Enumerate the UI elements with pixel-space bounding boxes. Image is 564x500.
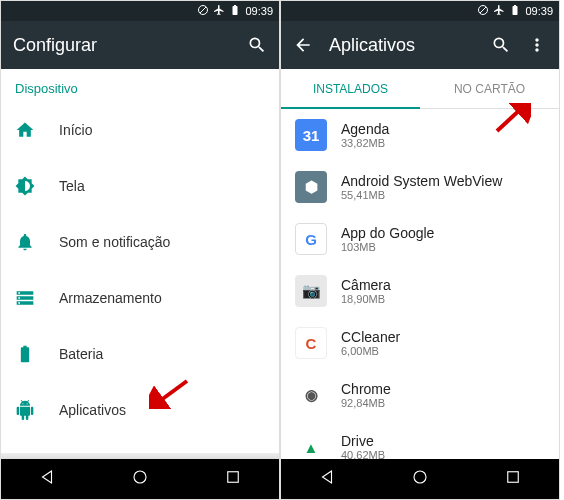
statusbar-time: 09:39 — [245, 5, 273, 17]
svg-line-6 — [480, 7, 486, 13]
app-size: 33,82MB — [341, 137, 389, 149]
svg-rect-8 — [507, 472, 518, 483]
app-item[interactable]: 31 Agenda 33,82MB — [281, 109, 559, 161]
home-button[interactable] — [391, 460, 449, 498]
settings-item-sound[interactable]: Som e notificação — [1, 214, 279, 270]
app-item[interactable]: ⬢ Android System WebView 55,41MB — [281, 161, 559, 213]
settings-item-display[interactable]: Tela — [1, 158, 279, 214]
app-size: 55,41MB — [341, 189, 502, 201]
appbar-title: Aplicativos — [329, 35, 475, 56]
appbar-title: Configurar — [13, 35, 231, 56]
app-name: CCleaner — [341, 329, 400, 345]
app-size: 103MB — [341, 241, 434, 253]
statusbar-time: 09:39 — [525, 5, 553, 17]
app-item[interactable]: C CCleaner 6,00MB — [281, 317, 559, 369]
airplane-icon — [213, 4, 225, 18]
apps-screen: 09:39 Aplicativos INSTALADOS NO CARTÃO 3… — [280, 0, 560, 500]
app-size: 92,84MB — [341, 397, 391, 409]
svg-point-7 — [414, 471, 426, 483]
settings-item-home[interactable]: Início — [1, 102, 279, 158]
home-button[interactable] — [111, 460, 169, 498]
section-header: Dispositivo — [1, 69, 279, 102]
app-texts: App do Google 103MB — [341, 225, 434, 253]
app-item[interactable]: 📷 Câmera 18,90MB — [281, 265, 559, 317]
app-item[interactable]: ▲ Drive 40,62MB — [281, 421, 559, 459]
app-name: Câmera — [341, 277, 391, 293]
app-name: Chrome — [341, 381, 391, 397]
app-icon: C — [295, 327, 327, 359]
tab-installed[interactable]: INSTALADOS — [281, 69, 420, 108]
statusbar: 09:39 — [281, 1, 559, 21]
app-list: 31 Agenda 33,82MB ⬢ Android System WebVi… — [281, 109, 559, 459]
settings-label: Som e notificação — [59, 234, 170, 250]
app-name: App do Google — [341, 225, 434, 241]
recents-button[interactable] — [484, 460, 542, 498]
back-icon[interactable] — [293, 35, 313, 55]
recents-button[interactable] — [204, 460, 262, 498]
app-texts: Agenda 33,82MB — [341, 121, 389, 149]
settings-label: Aplicativos — [59, 402, 126, 418]
svg-point-2 — [134, 471, 146, 483]
display-icon — [15, 176, 35, 196]
app-name: Android System WebView — [341, 173, 502, 189]
app-size: 18,90MB — [341, 293, 391, 305]
svg-rect-3 — [227, 472, 238, 483]
app-texts: Android System WebView 55,41MB — [341, 173, 502, 201]
app-texts: Chrome 92,84MB — [341, 381, 391, 409]
app-icon: G — [295, 223, 327, 255]
search-icon[interactable] — [491, 35, 511, 55]
app-name: Drive — [341, 433, 385, 449]
app-icon: ◉ — [295, 379, 327, 411]
app-texts: CCleaner 6,00MB — [341, 329, 400, 357]
back-button[interactable] — [18, 460, 76, 498]
battery-icon — [15, 344, 35, 364]
settings-item-storage[interactable]: Armazenamento — [1, 270, 279, 326]
appbar: Configurar — [1, 21, 279, 69]
no-network-icon — [477, 4, 489, 18]
settings-list: Início Tela Som e notificação Armazename… — [1, 102, 279, 453]
navigation-bar — [281, 459, 559, 499]
settings-item-battery[interactable]: Bateria — [1, 326, 279, 382]
statusbar: 09:39 — [1, 1, 279, 21]
storage-icon — [15, 288, 35, 308]
settings-item-apps[interactable]: Aplicativos — [1, 382, 279, 438]
settings-label: Tela — [59, 178, 85, 194]
app-size: 6,00MB — [341, 345, 400, 357]
app-icon: 📷 — [295, 275, 327, 307]
battery-icon — [509, 4, 521, 18]
home-icon — [15, 120, 35, 140]
app-texts: Drive 40,62MB — [341, 433, 385, 459]
app-item[interactable]: G App do Google 103MB — [281, 213, 559, 265]
settings-label: Bateria — [59, 346, 103, 362]
app-texts: Câmera 18,90MB — [341, 277, 391, 305]
settings-label: Armazenamento — [59, 290, 162, 306]
app-name: Agenda — [341, 121, 389, 137]
appbar: Aplicativos — [281, 21, 559, 69]
app-size: 40,62MB — [341, 449, 385, 459]
no-network-icon — [197, 4, 209, 18]
app-icon: 31 — [295, 119, 327, 151]
tab-on-card[interactable]: NO CARTÃO — [420, 69, 559, 108]
battery-icon — [229, 4, 241, 18]
tab-label: INSTALADOS — [313, 82, 388, 96]
overflow-icon[interactable] — [527, 35, 547, 55]
back-button[interactable] — [298, 460, 356, 498]
app-item[interactable]: ◉ Chrome 92,84MB — [281, 369, 559, 421]
bell-icon — [15, 232, 35, 252]
search-icon[interactable] — [247, 35, 267, 55]
navigation-bar — [1, 459, 279, 499]
app-icon: ⬢ — [295, 171, 327, 203]
tab-label: NO CARTÃO — [454, 82, 525, 96]
android-icon — [15, 400, 35, 420]
app-icon: ▲ — [295, 431, 327, 459]
svg-line-1 — [200, 7, 206, 13]
airplane-icon — [493, 4, 505, 18]
settings-label: Início — [59, 122, 92, 138]
settings-screen: 09:39 Configurar Dispositivo Início Tela… — [0, 0, 280, 500]
tabs: INSTALADOS NO CARTÃO — [281, 69, 559, 109]
